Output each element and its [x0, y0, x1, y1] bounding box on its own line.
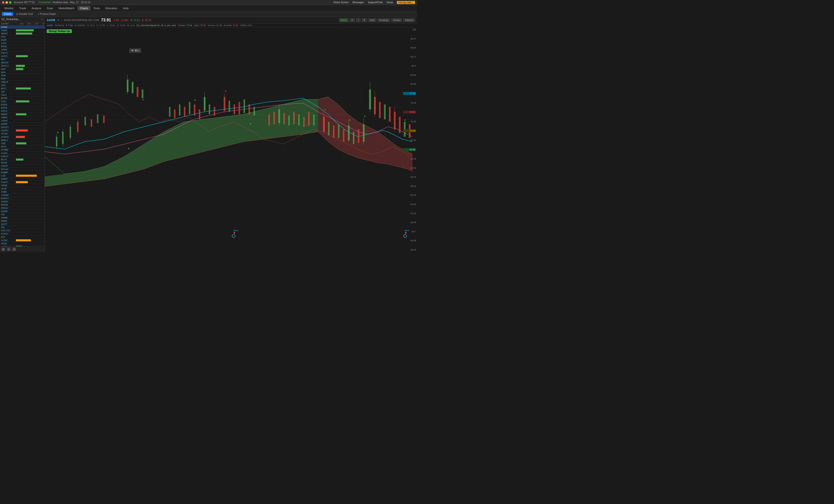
watchlist-row[interactable]: PFHD	[0, 161, 44, 165]
chart-exchange-dropdown[interactable]: ▼	[57, 19, 59, 21]
watchlist-row[interactable]: AONNY	[0, 135, 44, 139]
style-button[interactable]: Style	[368, 18, 376, 22]
watchlist-row[interactable]: BVF	[0, 236, 44, 239]
watchlist-row[interactable]: HRGLY	[0, 206, 44, 210]
watchlist-row[interactable]: COO	[0, 100, 44, 103]
home-screen-link[interactable]: Home Screen	[333, 1, 349, 4]
watchlist-row[interactable]: ZXZZT	[0, 165, 44, 168]
watchlist-row[interactable]: CSTL	[0, 42, 44, 45]
watchlist-row[interactable]: AMRC	[0, 116, 44, 119]
close-window-button[interactable]	[2, 1, 4, 4]
watchlist-row[interactable]: PRSC	[0, 45, 44, 48]
watchlist-row[interactable]: TBI	[0, 226, 44, 229]
drawing-icon[interactable]: ✏	[13, 247, 16, 251]
watchlist-row[interactable]: VCISF	[0, 239, 44, 242]
watchlist-row[interactable]: APRE	[0, 48, 44, 51]
share-button[interactable]: Share	[339, 18, 348, 22]
watchlist-row[interactable]: MTUAY	[0, 168, 44, 171]
watchlist-row[interactable]: STMEF	[0, 148, 44, 152]
watchlist-row[interactable]: PUTKY	[0, 232, 44, 236]
watchlist-row[interactable]: USV	[0, 84, 44, 87]
watchlist-row[interactable]: NEXOF	[0, 61, 44, 64]
watchlist-row[interactable]: FSLCY	[0, 51, 44, 55]
maximize-window-button[interactable]	[9, 1, 12, 4]
minimize-window-button[interactable]	[5, 1, 8, 4]
menu-item-help[interactable]: Help	[120, 6, 131, 10]
watchlist-row[interactable]: EGDW	[0, 203, 44, 206]
add-icon[interactable]: +	[7, 247, 10, 251]
watchlist-row[interactable]: CEE	[0, 142, 44, 145]
watchlist-row[interactable]: BFLY	[0, 87, 44, 90]
menu-item-monitor[interactable]: Monitor	[2, 6, 16, 10]
watchlist-row[interactable]: BSE	[0, 77, 44, 81]
sub-menu-item-product-depth[interactable]: ≡ Product Depth	[36, 12, 58, 16]
watchlist-row[interactable]: ECPG	[0, 106, 44, 110]
watchlist-body[interactable]: AAXNFGENNEOGFDSEIGRCSTLPRSCAPREFSLCYAHCO…	[0, 26, 44, 246]
watchlist-row[interactable]: AAXN	[0, 26, 44, 29]
chart-canvas-wrapper[interactable]: Strong Tenkan Up Hi: 90.1	[45, 27, 417, 252]
drawings-button[interactable]: Drawings	[377, 18, 390, 22]
studies-button[interactable]: Studies	[391, 18, 402, 22]
sub-menu-item-flexible-grid[interactable]: ⊞ Flexible Grid	[14, 12, 35, 16]
menu-item-education[interactable]: Education	[103, 6, 120, 10]
menu-item-trade[interactable]: Trade	[17, 6, 28, 10]
watchlist-row[interactable]: MZA	[0, 71, 44, 74]
watchlist-row[interactable]: BHKLY	[0, 139, 44, 142]
watchlist-row[interactable]: MIY	[0, 58, 44, 61]
watchlist-row[interactable]: EN88F	[0, 171, 44, 174]
watchlist-row[interactable]: DNFGY	[0, 197, 44, 200]
watchlist-menu-icon[interactable]: ≡	[42, 18, 43, 21]
watchlist-row[interactable]: USLV	[0, 93, 44, 97]
watchlist-row[interactable]: MEDP	[0, 113, 44, 116]
watchlist-row[interactable]: AGM/A	[0, 200, 44, 203]
menu-item-tools[interactable]: Tools	[91, 6, 102, 10]
patterns-button[interactable]: Patterns	[403, 18, 415, 22]
watchlist-row[interactable]: ENSG	[0, 103, 44, 106]
watchlist-row[interactable]: CIADY	[0, 181, 44, 184]
watchlist-row[interactable]: LNVGY	[0, 129, 44, 132]
watchlist-row[interactable]: IHREF	[0, 177, 44, 181]
messages-link[interactable]: Messages	[353, 1, 364, 4]
watchlist-row[interactable]: NJDCY	[0, 155, 44, 158]
watchlist-row[interactable]: NXP	[0, 68, 44, 71]
setup-link[interactable]: Setup	[387, 1, 393, 4]
watchlist-row[interactable]: UCIB	[0, 187, 44, 190]
watchlist-row[interactable]: EPZM	[0, 97, 44, 100]
menu-item-analyze[interactable]: Analyze	[29, 6, 44, 10]
menu-item-scan[interactable]: Scan	[44, 6, 56, 10]
watchlist-row[interactable]: AAGN	[0, 152, 44, 155]
menu-item-marketwatch[interactable]: MarketWatch	[56, 6, 77, 10]
watchlist-row[interactable]: CRSB	[0, 184, 44, 187]
watchlist-row[interactable]: JJP	[0, 90, 44, 93]
settings-icon[interactable]: ⚙	[1, 247, 5, 251]
watchlist-row[interactable]: GJO	[0, 174, 44, 177]
watchlist-row[interactable]: FDS	[0, 35, 44, 39]
watchlist-row[interactable]: INTG	[0, 145, 44, 148]
watchlist-row[interactable]: MSBC	[0, 219, 44, 223]
compare-button[interactable]: +	[356, 18, 360, 22]
watchlist-row[interactable]: GEACY	[0, 64, 44, 68]
watchlist-row[interactable]: FGEN	[0, 29, 44, 32]
watchlist-row[interactable]: AHCO	[0, 55, 44, 58]
watchlist-row[interactable]: JAPAF	[0, 119, 44, 123]
watchlist-row[interactable]: BCYC	[0, 158, 44, 161]
watchlist-row[interactable]: HCBC	[0, 242, 44, 245]
watchlist-row[interactable]: EIGR	[0, 39, 44, 42]
hot-key-setup-button[interactable]: Hot Key Setu...	[397, 1, 415, 4]
watchlist-row[interactable]: QUCT	[0, 223, 44, 226]
settings-button[interactable]: ⚙	[361, 18, 367, 22]
watchlist-row[interactable]: QADB	[0, 210, 44, 213]
watchlist-row[interactable]: DNZOY	[0, 126, 44, 129]
watchlist-row[interactable]: ATLKF	[0, 132, 44, 135]
menu-item-charts[interactable]: Charts	[78, 6, 90, 10]
watchlist-row[interactable]: YUMSF	[0, 194, 44, 197]
watchlist-row[interactable]: NXR	[0, 74, 44, 77]
watchlist-row[interactable]: MORF	[0, 123, 44, 126]
watchlist-row[interactable]: FUTY.TC	[0, 229, 44, 232]
watchlist-row[interactable]: CBKLP	[0, 81, 44, 84]
watchlist-row[interactable]: CWBK	[0, 216, 44, 219]
watchlist-row[interactable]: CS88	[0, 190, 44, 194]
watchlist-row[interactable]: UCI	[0, 213, 44, 216]
refresh-button[interactable]: ↺	[349, 18, 355, 22]
watchlist-row[interactable]: PNTG	[0, 110, 44, 113]
